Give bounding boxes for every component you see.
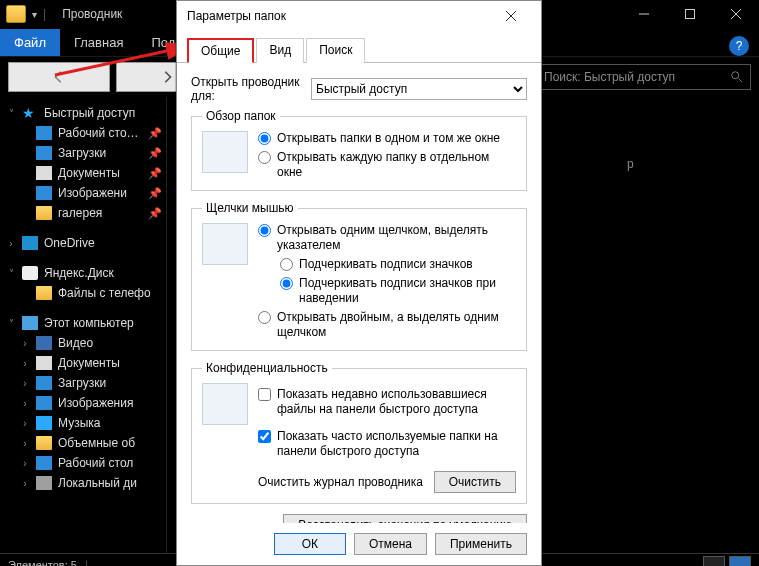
expand-icon[interactable]: › bbox=[20, 358, 30, 369]
sidebar-item-label: Загрузки bbox=[58, 376, 106, 390]
sidebar-item-label: OneDrive bbox=[44, 236, 95, 250]
sidebar-item[interactable]: ›OneDrive bbox=[0, 233, 166, 253]
sidebar-item[interactable]: ›Изображения bbox=[0, 393, 166, 413]
expand-icon[interactable]: › bbox=[20, 438, 30, 449]
sidebar-item[interactable]: Документы📌 bbox=[0, 163, 166, 183]
radio-new-window[interactable]: Открывать каждую папку в отдельном окне bbox=[258, 150, 516, 180]
sidebar-item-label: Загрузки bbox=[58, 146, 106, 160]
restore-defaults-button[interactable]: Восстановить значения по умолчанию bbox=[283, 514, 527, 523]
dialog-close-button[interactable] bbox=[491, 1, 531, 31]
sidebar-item[interactable]: ˅Этот компьютер bbox=[0, 313, 166, 333]
click-items-group: Щелчки мышью Открывать одним щелчком, вы… bbox=[191, 201, 527, 351]
sidebar-item[interactable]: ›Документы bbox=[0, 353, 166, 373]
sidebar-item-label: Быстрый доступ bbox=[44, 106, 135, 120]
expand-icon[interactable]: ˅ bbox=[6, 268, 16, 279]
desk-icon bbox=[36, 126, 52, 140]
sidebar-item[interactable]: Загрузки📌 bbox=[0, 143, 166, 163]
expand-icon[interactable]: › bbox=[20, 478, 30, 489]
star-icon bbox=[22, 106, 38, 120]
view-details-button[interactable] bbox=[703, 556, 725, 566]
dl-icon bbox=[36, 376, 52, 390]
doc-icon bbox=[36, 356, 52, 370]
expand-icon[interactable]: › bbox=[20, 378, 30, 389]
sidebar-item[interactable]: ›Рабочий стол bbox=[0, 453, 166, 473]
sidebar-item[interactable]: ›Видео bbox=[0, 333, 166, 353]
tab-general[interactable]: Общие bbox=[187, 38, 254, 63]
sidebar-item-label: Рабочий сто… bbox=[58, 126, 139, 140]
apply-button[interactable]: Применить bbox=[435, 533, 527, 555]
sidebar-item-label: Изображения bbox=[58, 396, 133, 410]
radio-underline-all[interactable]: Подчеркивать подписи значков bbox=[280, 257, 516, 272]
sidebar-item[interactable]: ›Музыка bbox=[0, 413, 166, 433]
navigation-pane[interactable]: ˅Быстрый доступРабочий сто…📌Загрузки📌Док… bbox=[0, 97, 167, 553]
expand-icon[interactable]: › bbox=[20, 458, 30, 469]
qat-dropdown-icon[interactable]: ▾ bbox=[32, 9, 37, 20]
minimize-button[interactable] bbox=[621, 0, 667, 28]
yd-icon bbox=[22, 266, 38, 280]
sidebar-item[interactable]: Файлы с телефо bbox=[0, 283, 166, 303]
fold-icon bbox=[36, 286, 52, 300]
sidebar-item[interactable]: ›Объемные об bbox=[0, 433, 166, 453]
doc-icon bbox=[36, 166, 52, 180]
expand-icon[interactable]: › bbox=[20, 338, 30, 349]
ok-button[interactable]: ОК bbox=[274, 533, 346, 555]
quick-access-toolbar: ▾ | bbox=[0, 5, 52, 23]
status-item-count: Элементов: 5 bbox=[8, 559, 77, 566]
view-large-icons-button[interactable] bbox=[729, 556, 751, 566]
window-title: Проводник bbox=[62, 7, 122, 21]
dialog-body: Открыть проводник для: Быстрый доступ Об… bbox=[177, 63, 541, 523]
tab-home[interactable]: Главная bbox=[60, 29, 137, 56]
pin-icon: 📌 bbox=[148, 187, 162, 200]
checkbox-frequent-folders[interactable]: Показать часто используемые папки на пан… bbox=[258, 429, 516, 459]
radio-same-window[interactable]: Открывать папки в одном и том же окне bbox=[258, 131, 516, 146]
pin-icon: 📌 bbox=[148, 147, 162, 160]
checkbox-recent-files[interactable]: Показать недавно использовавшиеся файлы … bbox=[258, 387, 516, 417]
dialog-title: Параметры папок bbox=[187, 9, 286, 23]
pin-icon: 📌 bbox=[148, 207, 162, 220]
maximize-button[interactable] bbox=[667, 0, 713, 28]
tab-view[interactable]: Вид bbox=[256, 38, 304, 63]
sidebar-item-label: Видео bbox=[58, 336, 93, 350]
disk-icon bbox=[36, 476, 52, 490]
tab-search[interactable]: Поиск bbox=[306, 38, 365, 63]
sidebar-item-label: Объемные об bbox=[58, 436, 135, 450]
pin-icon: 📌 bbox=[148, 167, 162, 180]
search-icon bbox=[730, 70, 744, 84]
clear-history-button[interactable]: Очистить bbox=[434, 471, 516, 493]
pc-icon bbox=[22, 316, 38, 330]
expand-icon[interactable]: ˅ bbox=[6, 318, 16, 329]
sidebar-item[interactable]: Изображени📌 bbox=[0, 183, 166, 203]
sidebar-item-label: галерея bbox=[58, 206, 102, 220]
browse-folders-icon bbox=[202, 131, 248, 173]
radio-underline-hover[interactable]: Подчеркивать подписи значков при наведен… bbox=[280, 276, 516, 306]
open-for-select[interactable]: Быстрый доступ bbox=[311, 78, 527, 100]
radio-double-click[interactable]: Открывать двойным, а выделять одним щелч… bbox=[258, 310, 516, 340]
sidebar-item-label: Документы bbox=[58, 166, 120, 180]
sidebar-item[interactable]: ›Загрузки bbox=[0, 373, 166, 393]
sidebar-item[interactable]: галерея📌 bbox=[0, 203, 166, 223]
help-button[interactable]: ? bbox=[729, 36, 749, 56]
tab-file[interactable]: Файл bbox=[0, 29, 60, 56]
vid-icon bbox=[36, 336, 52, 350]
sidebar-item-label: Файлы с телефо bbox=[58, 286, 151, 300]
sidebar-item[interactable]: ˅Яндекс.Диск bbox=[0, 263, 166, 283]
dl-icon bbox=[36, 146, 52, 160]
svg-rect-0 bbox=[686, 10, 695, 19]
expand-icon[interactable]: ˅ bbox=[6, 108, 16, 119]
sidebar-item[interactable]: ›Локальный ди bbox=[0, 473, 166, 493]
radio-single-click[interactable]: Открывать одним щелчком, выделять указат… bbox=[258, 223, 516, 253]
expand-icon[interactable]: › bbox=[20, 398, 30, 409]
sidebar-item[interactable]: Рабочий сто…📌 bbox=[0, 123, 166, 143]
cancel-button[interactable]: Отмена bbox=[354, 533, 427, 555]
search-input[interactable]: Поиск: Быстрый доступ bbox=[537, 64, 751, 90]
qat-sep: | bbox=[43, 7, 46, 21]
close-button[interactable] bbox=[713, 0, 759, 28]
pin-icon: 📌 bbox=[148, 127, 162, 140]
expand-icon[interactable]: › bbox=[6, 238, 16, 249]
folder-icon bbox=[6, 5, 26, 23]
sidebar-item-label: Рабочий стол bbox=[58, 456, 133, 470]
nav-back-button[interactable] bbox=[8, 62, 110, 92]
sidebar-item-label: Музыка bbox=[58, 416, 100, 430]
sidebar-item[interactable]: ˅Быстрый доступ bbox=[0, 103, 166, 123]
expand-icon[interactable]: › bbox=[20, 418, 30, 429]
